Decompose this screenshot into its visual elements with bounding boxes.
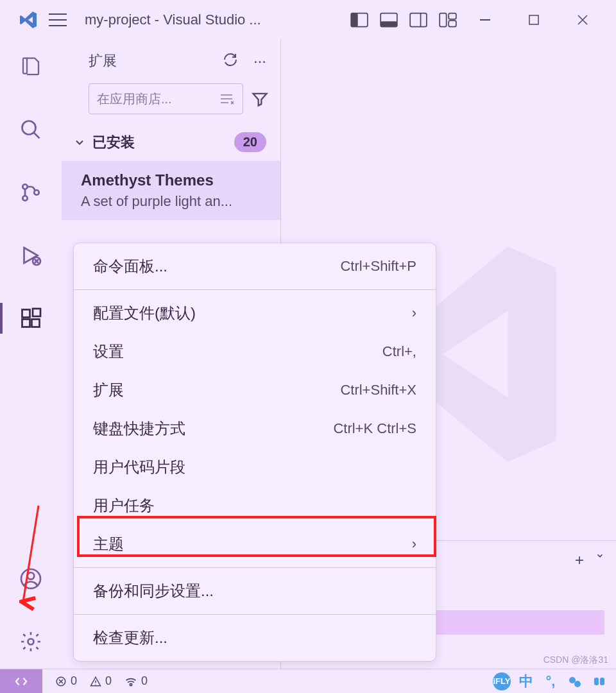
menu-profiles[interactable]: 配置文件(默认) ›	[74, 294, 436, 332]
menu-user-snippets[interactable]: 用户代码片段	[74, 448, 436, 486]
installed-label: 已安装	[92, 133, 234, 152]
svg-point-21	[28, 572, 35, 579]
svg-rect-8	[449, 21, 456, 26]
svg-rect-30	[600, 678, 604, 685]
source-control-icon[interactable]	[15, 177, 46, 208]
panel-right-icon[interactable]	[409, 12, 427, 28]
svg-rect-18	[32, 320, 40, 327]
remote-indicator[interactable]	[0, 669, 42, 693]
svg-point-28	[574, 681, 581, 687]
svg-rect-29	[594, 678, 599, 685]
status-errors[interactable]: 0	[55, 674, 77, 688]
refresh-icon[interactable]	[223, 52, 238, 70]
menu-backup-sync[interactable]: 备份和同步设置...	[74, 572, 436, 610]
installed-count-badge: 20	[234, 132, 266, 152]
status-ports[interactable]: 0	[124, 674, 148, 688]
menu-check-updates[interactable]: 检查更新...	[74, 619, 436, 657]
chevron-down-icon	[73, 136, 86, 149]
svg-rect-3	[381, 21, 397, 26]
menu-settings[interactable]: 设置 Ctrl+,	[74, 332, 436, 371]
settings-context-menu: 命令面板... Ctrl+Shift+P 配置文件(默认) › 设置 Ctrl+…	[73, 243, 436, 662]
chevron-right-icon: ›	[412, 305, 416, 321]
svg-point-27	[569, 677, 576, 683]
svg-rect-17	[22, 320, 30, 327]
ime-ifly-icon[interactable]: iFLY	[493, 672, 511, 690]
layout-customize-icon[interactable]	[439, 12, 457, 28]
ime-icon[interactable]	[566, 672, 584, 690]
more-actions-icon[interactable]: ···	[253, 52, 266, 70]
ime-punct-icon[interactable]: °,	[542, 672, 560, 690]
account-icon[interactable]	[15, 563, 46, 594]
extension-search-input[interactable]: 在应用商店...	[89, 83, 243, 114]
svg-rect-9	[480, 19, 490, 21]
menu-extensions[interactable]: 扩展 Ctrl+Shift+X	[74, 371, 436, 409]
status-warnings[interactable]: 0	[90, 674, 112, 688]
chevron-right-icon: ›	[412, 536, 416, 552]
svg-rect-19	[33, 309, 40, 316]
minimize-button[interactable]	[472, 7, 498, 33]
extension-item[interactable]: Amethyst Themes A set of purple light an…	[62, 161, 280, 220]
clear-search-icon[interactable]	[219, 93, 235, 105]
maximize-button[interactable]	[521, 7, 547, 33]
panel-bottom-icon[interactable]	[380, 12, 398, 28]
new-terminal-icon[interactable]: +	[575, 551, 584, 569]
svg-rect-4	[410, 13, 427, 27]
menu-theme[interactable]: 主题 ›	[74, 525, 436, 563]
ime-zhong-icon[interactable]: 中	[517, 672, 535, 690]
extension-name: Amethyst Themes	[81, 171, 266, 189]
svg-rect-10	[529, 15, 538, 24]
search-placeholder: 在应用商店...	[97, 90, 172, 108]
svg-rect-1	[351, 13, 358, 27]
watermark-text: CSDN @洛洛31	[543, 654, 608, 666]
hamburger-menu-icon[interactable]	[49, 13, 67, 26]
terminal-dropdown-icon[interactable]	[595, 551, 604, 569]
search-icon[interactable]	[15, 114, 46, 145]
svg-rect-7	[449, 13, 456, 19]
svg-point-26	[130, 683, 132, 685]
explorer-icon[interactable]	[15, 51, 46, 82]
menu-user-tasks[interactable]: 用户任务	[74, 486, 436, 525]
svg-point-13	[22, 196, 28, 201]
svg-rect-6	[440, 13, 447, 27]
panel-left-icon[interactable]	[350, 12, 368, 28]
menu-keyboard-shortcuts[interactable]: 键盘快捷方式 Ctrl+K Ctrl+S	[74, 409, 436, 448]
settings-gear-icon[interactable]	[15, 626, 46, 657]
extension-description: A set of purple light an...	[81, 193, 266, 210]
svg-point-11	[22, 121, 36, 135]
svg-point-12	[22, 184, 28, 189]
svg-point-14	[34, 190, 39, 195]
window-title: my-project - Visual Studio ...	[85, 12, 350, 28]
svg-rect-16	[22, 310, 30, 318]
sidebar-title: 扩展	[89, 51, 223, 71]
close-button[interactable]	[570, 7, 595, 33]
svg-point-22	[28, 639, 34, 645]
extensions-icon[interactable]	[15, 303, 46, 334]
vscode-logo-icon	[18, 10, 38, 30]
menu-command-palette[interactable]: 命令面板... Ctrl+Shift+P	[74, 247, 436, 286]
filter-icon[interactable]	[250, 89, 270, 109]
run-debug-icon[interactable]	[15, 240, 46, 271]
installed-section-header[interactable]: 已安装 20	[62, 123, 280, 161]
ime-icon[interactable]	[590, 672, 608, 690]
